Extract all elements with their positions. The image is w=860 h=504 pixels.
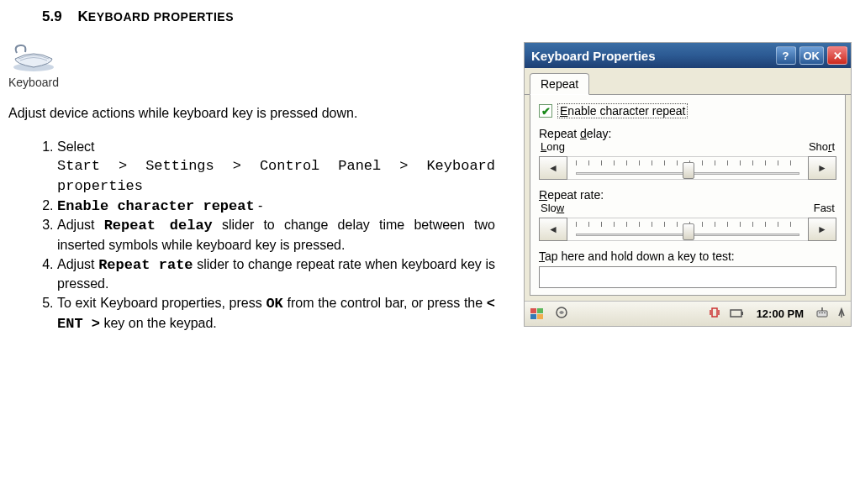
step-3: Adjust Repeat delay slider to change del…	[57, 216, 499, 255]
taskbar: 12:00 PM	[525, 301, 851, 326]
test-rest: ap here and hold down a key to test:	[545, 249, 735, 263]
svg-rect-9	[731, 310, 741, 317]
test-label: Tap here and hold down a key to test:	[539, 249, 836, 263]
test-input[interactable]	[539, 266, 836, 288]
dr-b: t	[831, 140, 835, 153]
section-number: 5.9	[42, 8, 62, 24]
close-button[interactable]: ✕	[827, 46, 847, 65]
svg-rect-2	[537, 308, 543, 313]
tab-repeat[interactable]: Repeat	[530, 73, 589, 95]
rate-u: R	[539, 188, 547, 202]
test-u: T	[539, 249, 545, 263]
repeat-delay-label: Repeat delay:	[539, 127, 836, 140]
step5-a: To exit Keyboard properties, press	[57, 296, 266, 310]
doc-left-column: Keyboard Adjust device actions while key…	[8, 42, 507, 333]
step3-a: Adjust	[57, 218, 104, 232]
step4-a: Adjust	[57, 257, 98, 271]
svg-rect-11	[817, 311, 827, 317]
taskbar-clock[interactable]: 12:00 PM	[757, 307, 804, 320]
delay-scale-labels: Long Short	[539, 140, 836, 153]
titlebar: Keyboard Properties ? OK ✕	[525, 43, 851, 68]
rate-track[interactable]	[567, 218, 808, 241]
enable-repeat-row: ✔ Enable character repeat	[539, 103, 836, 118]
step1-prefix: Select	[57, 139, 94, 154]
delay-decrease-button[interactable]: ◄	[539, 156, 567, 180]
step2-suffix: -	[255, 198, 263, 213]
cb-u: E	[560, 104, 567, 118]
screenshot-inset: Keyboard Properties ? OK ✕ Repeat ✔ Enab…	[524, 42, 852, 327]
delay-post: elay:	[587, 127, 612, 140]
step1-path: Start > Settings > Control Panel > Keybo…	[57, 158, 495, 194]
cb-rest: nable character repeat	[567, 104, 685, 118]
rate-decrease-button[interactable]: ◄	[539, 218, 567, 241]
svg-rect-1	[530, 308, 536, 313]
section-heading: 5.9 KEYBOARD PROPERTIES	[42, 8, 852, 25]
enable-repeat-checkbox[interactable]: ✔	[539, 104, 552, 118]
section-title-first: K	[78, 8, 88, 24]
rs-u: w	[557, 202, 564, 214]
tab-panel: ✔ Enable character repeat Repeat delay: …	[530, 95, 846, 296]
ok-button[interactable]: OK	[799, 46, 825, 65]
svg-rect-4	[537, 314, 543, 319]
start-flag-icon[interactable]	[530, 307, 546, 322]
svg-rect-6	[712, 308, 717, 317]
step4-bold: Repeat rate	[98, 257, 193, 273]
intro-text: Adjust device actions while keyboard key…	[8, 104, 499, 123]
step5-c: key on the keypad.	[100, 316, 217, 330]
step-5: To exit Keyboard properties, press OK fr…	[57, 294, 499, 334]
repeat-delay-slider: ◄ ►	[539, 156, 836, 180]
svg-rect-12	[819, 312, 820, 313]
step-2: Enable character repeat -	[57, 197, 499, 217]
svg-rect-3	[530, 314, 536, 319]
tray-input-icon[interactable]	[815, 306, 829, 322]
rs-a: Slo	[541, 202, 557, 214]
step3-bold: Repeat delay	[104, 218, 213, 234]
svg-rect-10	[741, 312, 743, 315]
svg-rect-13	[821, 312, 823, 313]
delay-u: d	[580, 127, 587, 140]
taskbar-app-icon[interactable]	[555, 306, 568, 322]
instruction-list: Select Start > Settings > Control Panel …	[57, 138, 499, 334]
tray-battery-icon[interactable]	[730, 307, 745, 321]
step-4: Adjust Repeat rate slider to change repe…	[57, 255, 499, 294]
window-title: Keyboard Properties	[531, 49, 773, 63]
rate-thumb[interactable]	[683, 223, 694, 240]
tray-arrow-icon[interactable]	[837, 306, 846, 322]
rate-scale-labels: Slow Fast	[539, 202, 836, 214]
enable-repeat-label: Enable character repeat	[557, 103, 688, 118]
delay-pre: Repeat	[539, 127, 580, 140]
dl-r: ong	[546, 140, 565, 153]
repeat-rate-label: Repeat rate:	[539, 188, 836, 202]
help-button[interactable]: ?	[776, 46, 796, 65]
step-1: Select Start > Settings > Control Panel …	[57, 138, 499, 197]
delay-short-label: Short	[809, 140, 835, 153]
repeat-rate-slider: ◄ ►	[539, 218, 836, 241]
delay-increase-button[interactable]: ►	[808, 156, 836, 180]
tab-strip: Repeat	[525, 68, 851, 95]
delay-long-label: Long	[541, 140, 565, 153]
rate-post: epeat rate:	[547, 188, 604, 202]
dr-a: Sho	[809, 140, 828, 153]
rate-slow-label: Slow	[541, 202, 564, 214]
delay-thumb[interactable]	[683, 162, 694, 179]
keyboard-icon-label: Keyboard	[8, 76, 499, 89]
tray-signal-icon[interactable]	[708, 306, 721, 322]
rate-increase-button[interactable]: ►	[808, 218, 836, 241]
delay-track[interactable]	[567, 156, 808, 180]
step2-bold: Enable character repeat	[57, 198, 255, 214]
keyboard-properties-window: Keyboard Properties ? OK ✕ Repeat ✔ Enab…	[524, 42, 852, 327]
step5-b: from the control bar, or press the	[283, 296, 487, 310]
svg-rect-14	[824, 312, 826, 313]
section-title-rest: EYBOARD PROPERTIES	[88, 10, 234, 24]
keyboard-icon	[8, 42, 59, 72]
step5-bold1: OK	[266, 296, 282, 312]
rate-fast-label: Fast	[814, 202, 835, 214]
